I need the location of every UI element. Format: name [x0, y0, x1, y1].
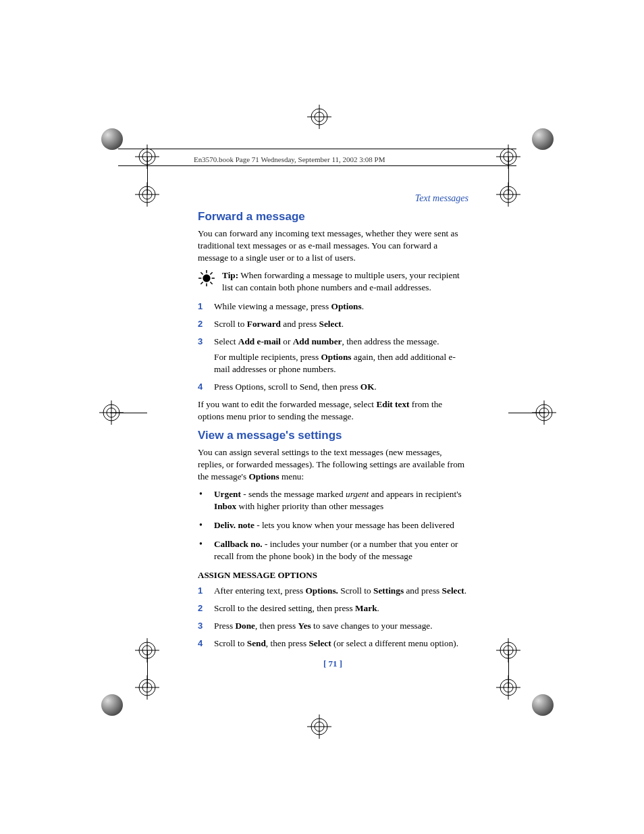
- crop-line: [508, 413, 545, 413]
- assign-step-2: 2 Scroll to the desired setting, then pr…: [198, 602, 468, 615]
- forward-step-3-sub: For multiple recipients, press Options a…: [214, 351, 468, 375]
- print-header-text: En3570.book Page 71 Wednesday, September…: [194, 155, 385, 163]
- section-label: Text messages: [415, 193, 468, 204]
- step-number: 3: [198, 336, 203, 348]
- step-number: 1: [198, 301, 203, 313]
- forward-steps: 1 While viewing a message, press Options…: [198, 301, 468, 394]
- page-number: [ 71 ]: [198, 658, 468, 670]
- bullet-urgent: Urgent - sends the message marked urgent…: [198, 488, 468, 513]
- forward-step-3: 3 Select Add e-mail or Add number, then …: [198, 336, 468, 376]
- forward-intro: You can forward any incoming text messag…: [198, 228, 468, 264]
- crop-line: [508, 650, 509, 688]
- step-number: 1: [198, 585, 203, 597]
- assign-steps: 1 After entering text, press Options. Sc…: [198, 585, 468, 650]
- forward-step-2: 2 Scroll to Forward and press Select.: [198, 318, 468, 330]
- svg-line-5: [200, 272, 203, 274]
- registration-mark-icon: [307, 105, 331, 129]
- assign-step-3: 3 Press Done, then press Yes to save cha…: [198, 620, 468, 632]
- svg-line-7: [200, 282, 203, 284]
- step-number: 3: [198, 620, 203, 632]
- heading-view-settings: View a message's settings: [198, 428, 468, 444]
- bullet-callback-no: Callback no. - includes your number (or …: [198, 538, 468, 563]
- registration-mark-icon: [307, 714, 331, 739]
- page-content: Forward a message You can forward any in…: [198, 209, 468, 669]
- forward-step-4: 4 Press Options, scroll to Send, then pr…: [198, 381, 468, 393]
- step-number: 4: [198, 637, 203, 650]
- forward-step-1: 1 While viewing a message, press Options…: [198, 301, 468, 313]
- assign-step-1: 1 After entering text, press Options. Sc…: [198, 585, 468, 597]
- tip-block: Tip: When forwarding a message to multip…: [198, 269, 468, 294]
- settings-bullets: Urgent - sends the message marked urgent…: [198, 488, 468, 563]
- step-number: 2: [198, 602, 203, 615]
- crop-line: [508, 157, 509, 194]
- tip-body: When forwarding a message to multiple us…: [222, 270, 460, 292]
- crop-sphere-icon: [101, 694, 123, 716]
- forward-tail: If you want to edit the forwarded messag…: [198, 398, 468, 423]
- header-rule-bottom: [118, 165, 516, 166]
- tip-label: Tip:: [222, 270, 238, 280]
- crop-line: [147, 650, 148, 688]
- assign-step-4: 4 Scroll to Send, then press Select (or …: [198, 637, 468, 650]
- bullet-deliv-note: Deliv. note - lets you know when your me…: [198, 519, 468, 531]
- step-number: 2: [198, 318, 203, 330]
- view-intro: You can assign several settings to the t…: [198, 446, 468, 483]
- svg-point-0: [203, 275, 210, 282]
- step-number: 4: [198, 381, 203, 393]
- tip-text: Tip: When forwarding a message to multip…: [222, 269, 468, 294]
- crop-line: [147, 157, 148, 194]
- header-rule-top: [118, 149, 516, 149]
- crop-sphere-icon: [532, 694, 554, 716]
- lightbulb-icon: [198, 269, 215, 287]
- svg-line-8: [210, 272, 212, 274]
- svg-line-6: [210, 282, 212, 284]
- crop-sphere-icon: [101, 128, 123, 150]
- heading-forward: Forward a message: [198, 209, 468, 225]
- assign-subhead: ASSIGN MESSAGE OPTIONS: [198, 569, 468, 581]
- crop-sphere-icon: [532, 128, 554, 150]
- crop-line: [110, 413, 147, 413]
